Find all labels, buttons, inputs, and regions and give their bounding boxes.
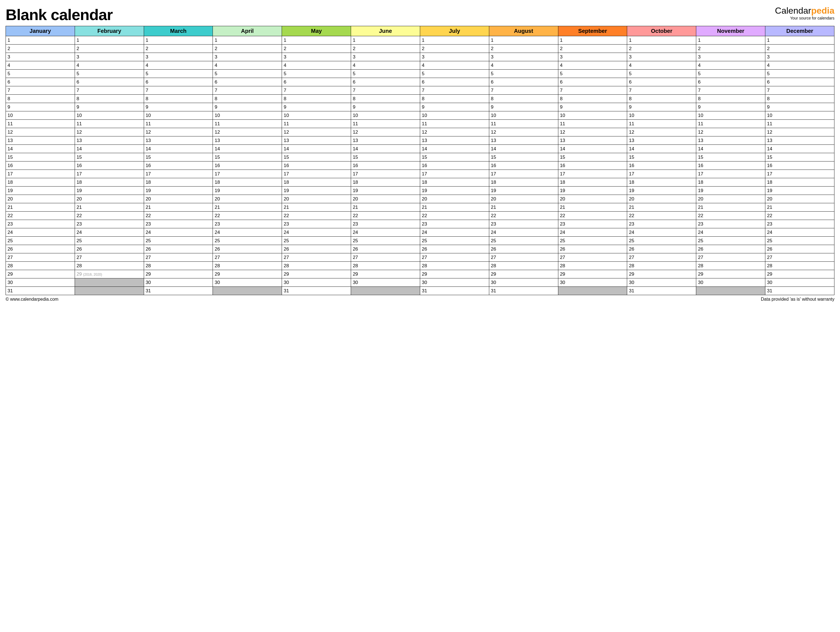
day-cell: 29 xyxy=(6,270,75,278)
day-row: 262626262626262626262626 xyxy=(6,245,834,253)
day-cell: 25 xyxy=(420,236,489,245)
day-cell: 2 xyxy=(765,44,834,53)
day-cell: 20 xyxy=(282,195,351,203)
day-cell: 3 xyxy=(75,53,144,61)
day-cell: 16 xyxy=(213,161,282,170)
day-cell: 31 xyxy=(489,287,558,295)
day-cell: 2 xyxy=(144,44,213,53)
day-cell: 17 xyxy=(765,170,834,178)
day-cell: 1 xyxy=(696,36,765,44)
day-cell: 10 xyxy=(144,111,213,120)
day-cell: 21 xyxy=(75,203,144,211)
day-row: 666666666666 xyxy=(6,78,834,86)
day-cell: 6 xyxy=(282,78,351,86)
day-cell: 1 xyxy=(558,36,627,44)
day-cell: 28 xyxy=(696,262,765,270)
day-cell: 12 xyxy=(282,128,351,136)
day-cell: 27 xyxy=(558,253,627,262)
day-cell: 13 xyxy=(765,136,834,145)
day-row: 191919191919191919191919 xyxy=(6,186,834,195)
day-cell: 26 xyxy=(558,245,627,253)
day-cell: 22 xyxy=(765,211,834,220)
day-cell: 2 xyxy=(351,44,420,53)
day-cell: 18 xyxy=(558,178,627,186)
day-cell: 5 xyxy=(489,69,558,78)
day-cell: 11 xyxy=(6,120,75,128)
day-cell: 13 xyxy=(351,136,420,145)
day-row: 888888888888 xyxy=(6,95,834,103)
day-cell: 20 xyxy=(765,195,834,203)
day-row: 555555555555 xyxy=(6,69,834,78)
day-cell: 20 xyxy=(6,195,75,203)
day-cell: 16 xyxy=(696,161,765,170)
day-cell: 23 xyxy=(351,220,420,228)
day-cell: 11 xyxy=(765,120,834,128)
day-cell: 1 xyxy=(282,36,351,44)
day-cell: 19 xyxy=(282,186,351,195)
day-cell: 29 xyxy=(765,270,834,278)
day-cell: 1 xyxy=(144,36,213,44)
day-cell: 18 xyxy=(213,178,282,186)
day-cell: 14 xyxy=(213,145,282,153)
day-cell: 13 xyxy=(282,136,351,145)
day-cell: 30 xyxy=(489,278,558,287)
day-cell: 3 xyxy=(213,53,282,61)
day-cell: 29 xyxy=(351,270,420,278)
day-cell: 8 xyxy=(6,95,75,103)
day-cell: 17 xyxy=(558,170,627,178)
day-cell: 27 xyxy=(627,253,696,262)
footer: © www.calendarpedia.com Data provided 'a… xyxy=(6,297,834,302)
day-cell: 25 xyxy=(6,236,75,245)
day-cell: 20 xyxy=(144,195,213,203)
day-cell: 9 xyxy=(282,103,351,111)
day-cell: 27 xyxy=(144,253,213,262)
day-cell: 12 xyxy=(627,128,696,136)
day-cell: 7 xyxy=(6,86,75,95)
day-cell: 14 xyxy=(351,145,420,153)
day-cell: 12 xyxy=(6,128,75,136)
day-row: 252525252525252525252525 xyxy=(6,236,834,245)
day-cell: 31 xyxy=(420,287,489,295)
day-cell: 28 xyxy=(627,262,696,270)
day-cell: 30 xyxy=(558,278,627,287)
day-cell: 22 xyxy=(489,211,558,220)
day-cell: 9 xyxy=(765,103,834,111)
day-cell: 20 xyxy=(351,195,420,203)
day-cell: 3 xyxy=(558,53,627,61)
day-cell: 19 xyxy=(144,186,213,195)
day-cell: 22 xyxy=(420,211,489,220)
day-cell: 11 xyxy=(627,120,696,128)
day-cell: 22 xyxy=(627,211,696,220)
day-cell: 21 xyxy=(489,203,558,211)
day-row: 222222222222222222222222 xyxy=(6,211,834,220)
day-cell: 10 xyxy=(6,111,75,120)
day-cell: 28 xyxy=(282,262,351,270)
day-cell: 23 xyxy=(558,220,627,228)
day-cell: 12 xyxy=(489,128,558,136)
day-cell: 27 xyxy=(282,253,351,262)
day-cell: 18 xyxy=(489,178,558,186)
day-cell: 13 xyxy=(696,136,765,145)
day-cell: 13 xyxy=(558,136,627,145)
day-cell: 10 xyxy=(75,111,144,120)
day-row: 242424242424242424242424 xyxy=(6,228,834,236)
day-cell: 1 xyxy=(489,36,558,44)
day-cell: 1 xyxy=(420,36,489,44)
day-cell: 11 xyxy=(420,120,489,128)
day-cell: 29 xyxy=(420,270,489,278)
day-cell: 16 xyxy=(765,161,834,170)
day-cell: 2 xyxy=(558,44,627,53)
day-cell: 23 xyxy=(213,220,282,228)
day-cell: 26 xyxy=(213,245,282,253)
day-cell: 8 xyxy=(696,95,765,103)
brand-tagline: Your source for calendars xyxy=(775,16,834,20)
day-cell: 19 xyxy=(213,186,282,195)
brand-prefix: Calendar xyxy=(775,6,811,16)
day-cell: 9 xyxy=(75,103,144,111)
day-cell: 14 xyxy=(282,145,351,153)
day-cell: 24 xyxy=(765,228,834,236)
day-cell: 11 xyxy=(489,120,558,128)
day-cell: 26 xyxy=(489,245,558,253)
day-cell: 29 xyxy=(282,270,351,278)
day-cell: 19 xyxy=(765,186,834,195)
